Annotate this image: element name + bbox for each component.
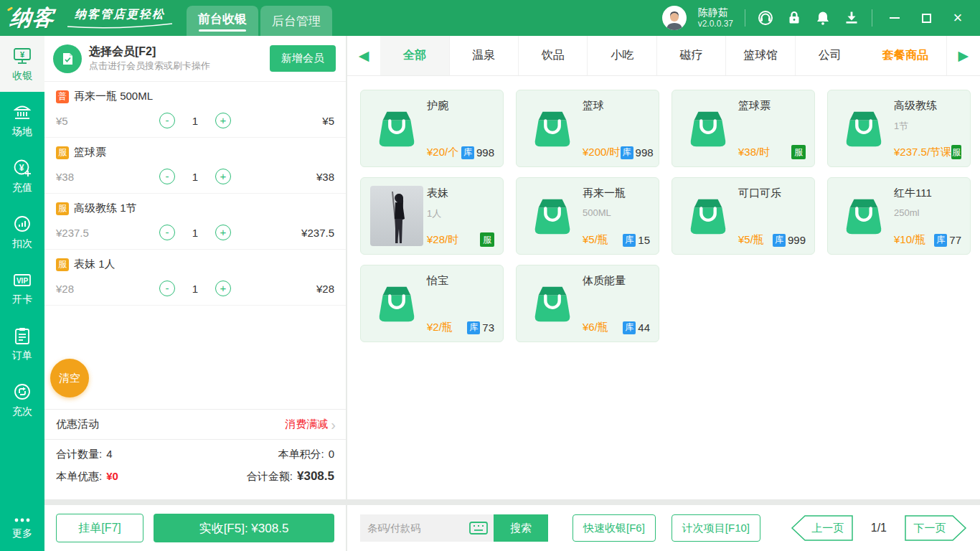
barcode-input[interactable] bbox=[367, 522, 461, 534]
qty-minus-button[interactable]: - bbox=[159, 225, 175, 240]
clear-cart-button[interactable]: 清空 bbox=[50, 359, 89, 397]
category-tab-drinks[interactable]: 饮品 bbox=[519, 36, 588, 75]
sidebar-item-more[interactable]: 更多 bbox=[0, 505, 44, 551]
maximize-button[interactable] bbox=[920, 11, 933, 24]
sidebar-item-recharge[interactable]: ¥ 充值 bbox=[0, 148, 44, 204]
stock-count: 998 bbox=[636, 146, 654, 159]
sidebar-item-label: 充值 bbox=[12, 182, 32, 194]
prev-page-button[interactable]: 上一页 bbox=[791, 515, 854, 541]
cart-empty-space: 清空 bbox=[44, 306, 346, 409]
search-button[interactable]: 搜索 bbox=[494, 514, 548, 542]
shopping-bag-icon bbox=[834, 98, 894, 159]
user-meta: 陈静茹 v2.0.0.37 bbox=[698, 6, 733, 30]
product-card-kekoukele[interactable]: 可口可乐 ¥5/瓶 库999 bbox=[672, 177, 815, 255]
product-card-tizhinenliang[interactable]: 体质能量 ¥6/瓶 库44 bbox=[516, 265, 659, 342]
category-tab-basketball-hall[interactable]: 篮球馆 bbox=[726, 36, 795, 75]
close-icon: × bbox=[953, 11, 963, 24]
category-tab-magnet[interactable]: 磁疗 bbox=[657, 36, 726, 75]
points-value: 0 bbox=[329, 448, 334, 460]
stock-count: 15 bbox=[638, 234, 650, 246]
bell-icon[interactable] bbox=[814, 9, 831, 27]
product-type-badge: 普 bbox=[56, 90, 69, 103]
select-member-bar[interactable]: 选择会员[F2] 点击进行会员搜索或刷卡操作 新增会员 bbox=[44, 36, 346, 82]
sidebar-item-venue[interactable]: 场地 bbox=[0, 92, 44, 148]
shopping-bag-icon bbox=[367, 98, 427, 159]
total-qty-value: 4 bbox=[106, 448, 112, 460]
qty-minus-button[interactable]: - bbox=[159, 169, 175, 184]
sidebar-item-deduct[interactable]: 扣次 bbox=[0, 204, 44, 260]
qty-minus-button[interactable]: - bbox=[159, 113, 175, 128]
cart-item-name: 篮球票 bbox=[74, 146, 106, 159]
member-card-icon bbox=[53, 44, 82, 73]
quick-cashier-button[interactable]: 快速收银[F6] bbox=[573, 514, 656, 542]
category-tab-company[interactable]: 公司 bbox=[796, 36, 864, 75]
product-price: ¥10/瓶 bbox=[894, 233, 925, 247]
product-card-biaomei[interactable]: 表妹 1人 ¥28/时 服 bbox=[360, 177, 504, 255]
more-dots-icon bbox=[12, 517, 32, 524]
cart-item-name: 表妹 1人 bbox=[74, 258, 116, 271]
product-card-lanqiu[interactable]: 篮球 ¥200/时 库998 bbox=[516, 90, 659, 167]
main-area: ¥ 收银 场地 ¥ 充值 扣次 VIP 开卡 订单 bbox=[0, 36, 980, 551]
tab-back-admin[interactable]: 后台管理 bbox=[260, 6, 332, 36]
service-badge: 服 bbox=[951, 145, 961, 159]
promo-row[interactable]: 优惠活动 消费满减 › bbox=[44, 409, 346, 439]
keyboard-icon[interactable] bbox=[469, 522, 488, 534]
product-price: ¥5/瓶 bbox=[738, 233, 764, 247]
sidebar-item-orders[interactable]: 订单 bbox=[0, 316, 44, 372]
next-page-label: 下一页 bbox=[905, 515, 954, 541]
hold-order-button[interactable]: 挂单[F7] bbox=[56, 514, 143, 542]
tab-front-cashier[interactable]: 前台收银 bbox=[187, 6, 258, 36]
product-card-yibao[interactable]: 怡宝 ¥2/瓶 库73 bbox=[360, 265, 504, 342]
category-tab-combo[interactable]: 套餐商品 bbox=[864, 36, 946, 75]
topbar-separator bbox=[872, 9, 872, 27]
sidebar-item-cashier[interactable]: ¥ 收银 bbox=[0, 36, 44, 92]
charge-button[interactable]: 实收[F5]: ¥308.5 bbox=[154, 514, 334, 542]
product-card-zailaiyiping[interactable]: 再来一瓶 500ML ¥5/瓶 库15 bbox=[516, 177, 659, 255]
sidebar-item-vip-card[interactable]: VIP 开卡 bbox=[0, 260, 44, 316]
category-next-arrow[interactable]: ▶ bbox=[947, 36, 980, 75]
service-type-badge: 服 bbox=[56, 202, 69, 215]
product-card-hongniu[interactable]: 红牛111 250ml ¥10/瓶 库77 bbox=[827, 177, 971, 255]
category-tab-hotspring[interactable]: 温泉 bbox=[450, 36, 519, 75]
stock-count: 44 bbox=[638, 321, 650, 334]
product-price: ¥6/瓶 bbox=[583, 321, 608, 334]
sidebar-item-refill[interactable]: 充次 bbox=[0, 372, 44, 428]
service-headset-icon[interactable] bbox=[757, 9, 774, 27]
download-icon[interactable] bbox=[843, 9, 860, 27]
add-member-button[interactable]: 新增会员 bbox=[270, 45, 336, 72]
qty-plus-button[interactable]: + bbox=[215, 225, 231, 240]
product-name: 再来一瓶 bbox=[583, 187, 650, 200]
cart-item: 服 篮球票 ¥38 - 1 + ¥38 bbox=[44, 138, 346, 194]
scan-group: 搜索 bbox=[360, 514, 548, 542]
stock-count: 73 bbox=[482, 321, 494, 334]
sidebar-item-label: 扣次 bbox=[12, 237, 32, 250]
product-card-huwan[interactable]: 护腕 ¥20/个 库998 bbox=[360, 90, 504, 167]
product-name: 篮球 bbox=[583, 99, 650, 113]
category-tab-snacks[interactable]: 小吃 bbox=[588, 36, 656, 75]
qty-plus-button[interactable]: + bbox=[215, 281, 231, 296]
count-item-button[interactable]: 计次项目[F10] bbox=[672, 514, 760, 542]
topbar-separator bbox=[745, 9, 745, 27]
promo-label: 优惠活动 bbox=[56, 418, 99, 431]
topbar: 纳客 纳客管店更轻松 前台收银 后台管理 陈静茹 bbox=[0, 0, 980, 36]
stock-count: 77 bbox=[949, 234, 961, 246]
shopping-bag-icon bbox=[678, 98, 738, 159]
qty-plus-button[interactable]: + bbox=[215, 113, 231, 128]
product-card-lanqiupiao[interactable]: 篮球票 ¥38/时 服 bbox=[672, 90, 815, 167]
close-button[interactable]: × bbox=[951, 11, 964, 24]
next-page-button[interactable]: 下一页 bbox=[904, 515, 967, 541]
minimize-button[interactable] bbox=[888, 11, 901, 24]
category-tab-all[interactable]: 全部 bbox=[380, 36, 449, 75]
service-badge: 服 bbox=[791, 145, 806, 159]
product-grid-area: 护腕 ¥20/个 库998 篮球 ¥200/时 bbox=[347, 76, 980, 499]
svg-text:¥: ¥ bbox=[20, 50, 25, 58]
avatar[interactable] bbox=[662, 6, 687, 30]
product-card-gaojijiaolian[interactable]: 高级教练 1节 ¥237.5/节课 服 bbox=[827, 90, 971, 167]
qty-minus-button[interactable]: - bbox=[159, 281, 175, 296]
lock-icon[interactable] bbox=[786, 9, 803, 27]
qty-plus-button[interactable]: + bbox=[215, 169, 231, 184]
cart-item-price: ¥5 bbox=[56, 115, 159, 127]
service-type-badge: 服 bbox=[56, 258, 69, 271]
category-prev-arrow[interactable]: ◀ bbox=[347, 36, 380, 75]
product-photo bbox=[367, 185, 427, 247]
